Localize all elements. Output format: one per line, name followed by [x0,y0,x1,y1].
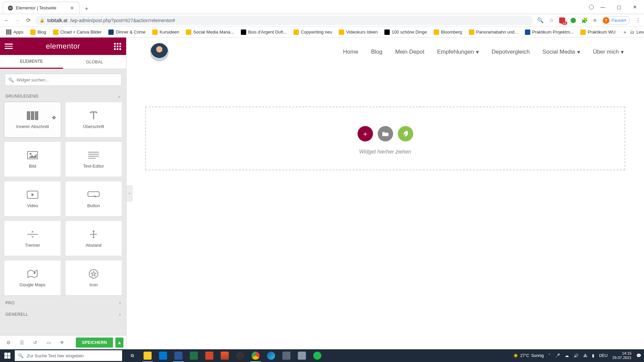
bookmark-item[interactable]: Bois d'Argent Duft... [238,28,289,36]
nav-depotvergleich[interactable]: Depotvergleich [492,49,530,56]
add-section-button[interactable]: ＋ [358,126,373,141]
bookmark-item[interactable]: Praktikum WU [578,28,618,36]
cloud-icon[interactable]: ☁ [565,353,569,358]
new-tab-button[interactable]: ＋ [84,6,89,11]
app-edge[interactable] [264,349,278,362]
language-indicator[interactable]: DEU [599,353,607,358]
nav-blog[interactable]: Blog [371,49,382,56]
readlist-icon[interactable]: ≡ [593,17,596,23]
app-obs[interactable] [233,349,248,362]
star-icon[interactable]: ☆ [549,17,554,23]
widget-google-maps[interactable]: Google Maps [4,260,61,296]
settings-button[interactable]: ⚙ [3,338,14,348]
nav-social[interactable]: Social Media▾ [542,49,580,56]
extension-green-icon[interactable] [571,18,576,23]
taskbar-clock[interactable]: 14:15 29.07.2021 [612,351,632,360]
mic-icon[interactable]: 🎤 [555,353,560,358]
widget-spacer[interactable]: Abstand [65,221,122,256]
preview-button[interactable]: 👁 [56,338,68,348]
envato-button[interactable] [398,126,413,141]
widget-video[interactable]: Video [4,181,61,217]
widgets-grid-button[interactable] [113,42,121,50]
start-button[interactable] [0,349,15,362]
bookmark-item[interactable]: 100 schöne Dinge [382,28,430,36]
menu-icon[interactable]: ⋮ [635,17,641,23]
app-powerpoint[interactable] [202,349,217,362]
taskbar-search[interactable]: 🔍 Zur Suche Text hier eingeben [15,350,122,361]
weather-widget[interactable]: ☀️ 27°C Sonnig [513,353,544,358]
maximize-button[interactable]: ▢ [612,2,626,12]
tab-global[interactable]: GLOBAL [63,55,126,69]
close-window-button[interactable]: ✕ [628,2,642,12]
url-field[interactable]: 🔒 tobitalk.at/wp-admin/post.php?post=627… [36,16,533,25]
browser-tab[interactable]: W Elementor | Testseite ✕ [3,2,80,14]
nav-depot[interactable]: Mein Depot [395,49,424,56]
account-dot-icon[interactable] [589,5,594,9]
add-template-button[interactable] [378,126,393,141]
widget-button[interactable]: Button [65,181,122,217]
bookmark-item[interactable]: Copywriting neu [291,28,335,36]
network-icon[interactable]: 🖧 [583,353,587,358]
reload-button[interactable]: ⟳ [25,17,32,23]
app-chrome[interactable] [248,349,263,362]
app-spotify[interactable] [310,349,325,362]
bookmark-item[interactable]: Videokurs Ideen [336,28,380,36]
extension-lastpass-icon[interactable]: 14 [559,17,565,23]
close-tab-icon[interactable]: ✕ [69,5,75,11]
widget-heading[interactable]: Überschrift [65,102,122,137]
battery-icon[interactable]: ▮ [592,353,594,358]
notifications-icon[interactable]: 💬 [636,353,641,358]
nav-home[interactable]: Home [343,49,358,56]
reading-list-button[interactable]: 🗂Leseliste [630,29,644,35]
section-dropzone[interactable]: ＋ Widget hierher ziehen [145,107,625,170]
bookmark-item[interactable]: Social Media Mana... [183,28,236,36]
volume-icon[interactable]: 🔊 [574,353,579,358]
widget-text-editor[interactable]: Text-Editor [65,141,122,177]
app-brave[interactable] [217,349,232,362]
minimize-button[interactable]: ― [596,2,610,12]
bookmark-apps[interactable]: Apps [3,28,26,36]
bookmark-item[interactable]: Bloomberg [431,28,465,36]
task-view-button[interactable]: ⧉ [125,349,140,362]
widget-divider[interactable]: Trenner [4,221,61,256]
app-word[interactable] [171,349,186,362]
save-options-button[interactable]: ▴ [115,338,123,348]
widget-icon[interactable]: Icon [65,260,122,296]
widget-inner-section[interactable]: Innerer Abschnitt ✥ [4,102,61,137]
app-generic2[interactable] [294,349,309,362]
bookmark-item[interactable]: Cload + Canva Bilder [50,28,104,36]
menu-button[interactable] [5,42,13,50]
history-button[interactable]: ↺ [30,338,41,348]
nav-about[interactable]: Über mich▾ [593,49,624,56]
back-button[interactable]: ← [3,17,10,23]
widget-search[interactable]: 🔍 [5,74,121,86]
bookmark-item[interactable]: Blog [28,28,49,36]
bookmark-item[interactable]: Panoramabahn und... [466,28,521,36]
nav-empfehlungen[interactable]: Empfehlungen▾ [437,49,479,56]
save-button[interactable]: SPEICHERN [76,338,113,348]
navigator-button[interactable]: ☰ [16,338,28,348]
tab-elements[interactable]: ELEMENTE [0,55,63,69]
tab-label: GLOBAL [86,60,103,64]
bookmark-item[interactable]: Kursideen [150,28,182,36]
responsive-button[interactable]: ▭ [43,338,54,348]
app-generic1[interactable] [279,349,294,362]
bookmark-item[interactable]: Praktikum Projektm... [522,28,577,36]
tray-chevron-icon[interactable]: ˄ [548,353,550,358]
profile-chip[interactable]: T Pausiert [602,16,630,25]
app-excel[interactable] [186,349,201,362]
app-explorer[interactable] [140,349,155,362]
bookmark-item[interactable]: Dinner & Crime [106,28,148,36]
forward-button[interactable]: → [14,17,21,23]
widget-image[interactable]: Bild [4,141,61,177]
site-logo-avatar[interactable] [150,43,169,61]
category-general[interactable]: GENERELL › [0,310,126,321]
panel-collapse-handle[interactable]: ‹ [126,185,132,201]
category-pro[interactable]: PRO › [0,296,126,310]
category-basic[interactable]: GRUNDLEGEND ⌄ [0,90,126,102]
bookmarks-overflow-icon[interactable]: » [621,29,629,35]
zoom-icon[interactable]: 🔍 [537,17,544,23]
search-input[interactable] [16,77,118,82]
extensions-icon[interactable]: 🧩 [581,17,588,23]
app-mail[interactable] [156,349,170,362]
